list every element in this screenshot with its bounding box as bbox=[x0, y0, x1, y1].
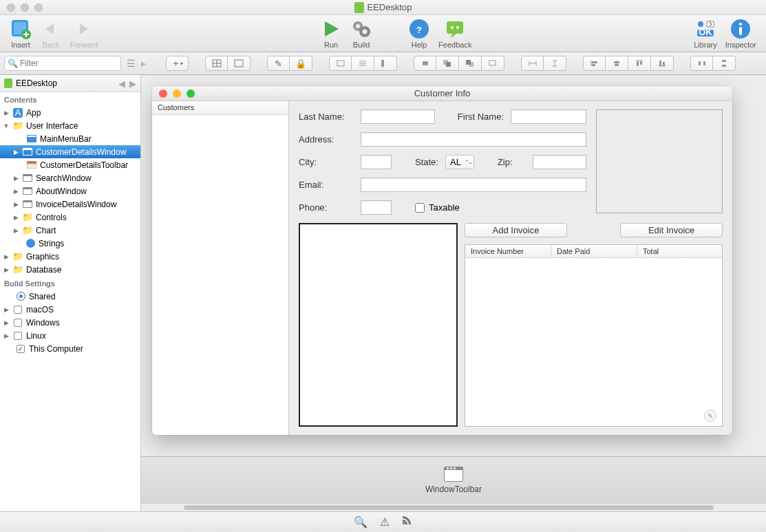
order-3-button[interactable] bbox=[459, 56, 482, 71]
email-input[interactable] bbox=[361, 178, 586, 192]
disclosure-icon[interactable]: ▶ bbox=[12, 227, 19, 234]
address-input[interactable] bbox=[361, 132, 586, 147]
back-button[interactable]: Back bbox=[36, 18, 66, 49]
notes-listbox[interactable] bbox=[299, 223, 458, 427]
disclosure-icon[interactable]: ▶ bbox=[12, 201, 19, 208]
tree-database[interactable]: ▶ 📁 Database bbox=[0, 263, 140, 276]
filter-input[interactable] bbox=[4, 56, 121, 71]
col-date-paid[interactable]: Date Paid bbox=[551, 245, 637, 257]
tree-graphics[interactable]: ▶ 📁 Graphics bbox=[0, 250, 140, 263]
photo-placeholder[interactable] bbox=[596, 109, 723, 213]
inspector-button[interactable]: Inspector bbox=[721, 18, 760, 49]
disclosure-icon[interactable]: ▼ bbox=[3, 123, 10, 129]
disclosure-icon[interactable]: ▶ bbox=[3, 109, 10, 116]
win-close-icon[interactable] bbox=[159, 89, 167, 98]
tree-invoicewin[interactable]: ▶ InvoiceDetailsWindow bbox=[0, 198, 140, 211]
col-total[interactable]: Total bbox=[637, 245, 722, 257]
order-2-button[interactable] bbox=[436, 56, 459, 71]
build-this-computer[interactable]: ✓ This Computer bbox=[0, 342, 140, 355]
align-4-button[interactable] bbox=[651, 56, 674, 71]
disclosure-icon[interactable]: ▶ bbox=[3, 253, 10, 260]
zoom-dot[interactable] bbox=[34, 3, 43, 12]
layout-1-button[interactable] bbox=[329, 56, 352, 71]
edit-button[interactable]: ✎ bbox=[267, 56, 290, 71]
phone-input[interactable] bbox=[361, 200, 392, 215]
nav-back-icon[interactable]: ◀ bbox=[118, 78, 125, 89]
close-dot[interactable] bbox=[7, 3, 15, 12]
customer-window[interactable]: Customer Info Customers Last Name: bbox=[152, 86, 732, 435]
feedback-button[interactable]: Feedback bbox=[434, 18, 476, 49]
bottom-tray[interactable]: WindowToolbar bbox=[141, 456, 766, 503]
order-4-button[interactable] bbox=[482, 56, 504, 71]
tree-app[interactable]: ▶ A App bbox=[0, 106, 140, 119]
horizontal-scrollbar[interactable] bbox=[141, 503, 766, 511]
order-1-button[interactable] bbox=[414, 56, 436, 71]
tree-mainmenu[interactable]: MainMenuBar bbox=[0, 132, 140, 145]
warning-status-icon[interactable]: ⚠ bbox=[380, 515, 390, 529]
invoice-table[interactable]: Invoice Number Date Paid Total ✎ bbox=[465, 244, 723, 427]
tree-controls[interactable]: ▶ 📁 Controls bbox=[0, 211, 140, 224]
tree-custtoolbar[interactable]: CustomerDetailsToolbar bbox=[0, 158, 140, 171]
build-button[interactable]: Build bbox=[346, 18, 376, 49]
tree-ui[interactable]: ▼ 📁 User Interface bbox=[0, 119, 140, 132]
checkbox-checked-icon[interactable]: ✓ bbox=[15, 344, 26, 354]
disclosure-icon[interactable]: ▶ bbox=[3, 306, 10, 313]
lastname-input[interactable] bbox=[361, 109, 435, 124]
layout-2-button[interactable] bbox=[352, 56, 374, 71]
disclosure-icon[interactable]: ▶ bbox=[3, 332, 10, 339]
view-grid-button[interactable] bbox=[205, 56, 228, 71]
build-windows[interactable]: ▶ Windows bbox=[0, 316, 140, 329]
tree-custwindow[interactable]: ▶ CustomerDetailsWindow bbox=[0, 145, 140, 158]
insert-button[interactable]: Insert bbox=[6, 18, 36, 49]
scrollbar-thumb[interactable] bbox=[184, 505, 714, 510]
layout-3-button[interactable] bbox=[374, 56, 397, 71]
disclosure-icon[interactable]: ▶ bbox=[12, 149, 19, 156]
align-3-button[interactable] bbox=[628, 56, 651, 71]
disclosure-icon[interactable]: ▶ bbox=[3, 319, 10, 326]
align-2-button[interactable] bbox=[606, 56, 628, 71]
checkbox-icon[interactable] bbox=[12, 318, 23, 328]
add-button[interactable]: ＋ ▾ bbox=[166, 56, 189, 71]
zip-input[interactable] bbox=[533, 155, 586, 169]
windowtoolbar-icon[interactable] bbox=[444, 467, 463, 482]
disclosure-icon[interactable]: ▶ bbox=[12, 175, 19, 182]
minimize-dot[interactable] bbox=[21, 3, 29, 12]
view-single-button[interactable] bbox=[228, 56, 251, 71]
edit-pencil-icon[interactable]: ✎ bbox=[704, 409, 716, 422]
build-macos[interactable]: ▶ macOS bbox=[0, 303, 140, 316]
play-mini-icon[interactable]: ▶ bbox=[141, 60, 147, 67]
feed-status-icon[interactable] bbox=[402, 515, 413, 529]
state-select[interactable]: AL bbox=[445, 155, 474, 169]
disclosure-icon[interactable]: ▶ bbox=[3, 266, 10, 273]
taxable-checkbox[interactable]: Taxable bbox=[415, 202, 460, 213]
customers-list[interactable]: Customers bbox=[152, 101, 289, 435]
space-h-button[interactable] bbox=[690, 56, 713, 71]
list-icon[interactable]: ☰ bbox=[127, 58, 136, 69]
tree-searchwin[interactable]: ▶ SearchWindow bbox=[0, 171, 140, 184]
help-button[interactable]: ? Help bbox=[404, 18, 434, 49]
project-header[interactable]: EEDesktop ◀ ▶ bbox=[0, 75, 140, 92]
checkbox-icon[interactable] bbox=[12, 305, 23, 315]
add-invoice-button[interactable]: Add Invoice bbox=[465, 223, 567, 237]
checkbox-icon[interactable] bbox=[12, 331, 23, 341]
taxable-input[interactable] bbox=[415, 203, 425, 213]
fill-h-button[interactable] bbox=[521, 56, 544, 71]
tree-aboutwin[interactable]: ▶ AboutWindow bbox=[0, 184, 140, 198]
run-button[interactable]: Run bbox=[316, 18, 346, 49]
forward-button[interactable]: Forward bbox=[66, 18, 102, 49]
win-min-icon[interactable] bbox=[173, 89, 181, 98]
disclosure-icon[interactable]: ▶ bbox=[12, 214, 19, 221]
disclosure-icon[interactable]: ▶ bbox=[12, 188, 19, 195]
win-zoom-icon[interactable] bbox=[187, 89, 195, 98]
lock-button[interactable]: 🔒 bbox=[290, 56, 312, 71]
firstname-input[interactable] bbox=[511, 109, 586, 124]
city-input[interactable] bbox=[361, 155, 392, 169]
edit-invoice-button[interactable]: Edit Invoice bbox=[620, 223, 723, 237]
library-button[interactable]: OK Library bbox=[690, 18, 721, 49]
nav-forward-icon[interactable]: ▶ bbox=[129, 78, 136, 89]
search-status-icon[interactable]: 🔍 bbox=[354, 515, 368, 529]
align-1-button[interactable] bbox=[583, 56, 606, 71]
col-invoice-number[interactable]: Invoice Number bbox=[465, 245, 551, 257]
fill-v-button[interactable] bbox=[544, 56, 566, 71]
build-shared[interactable]: Shared bbox=[0, 290, 140, 303]
